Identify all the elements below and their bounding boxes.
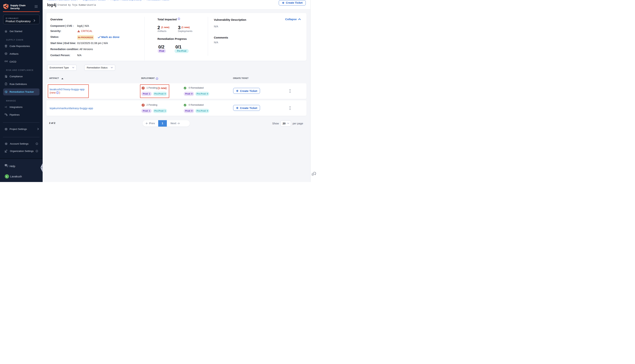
svg-text:?: ? bbox=[6, 164, 7, 166]
